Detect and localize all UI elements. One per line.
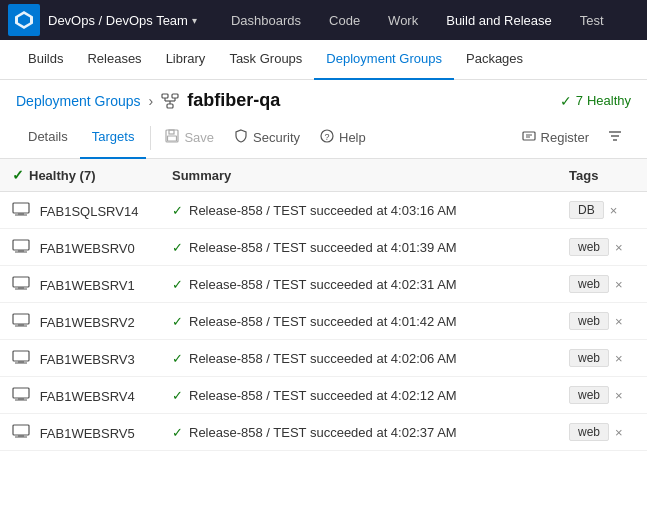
machine-name[interactable]: FAB1WEBSRV0 [40,241,135,256]
machine-name[interactable]: FAB1SQLSRV14 [40,204,139,219]
toolbar: Details Targets Save Security ? Help [0,117,647,159]
target-tags-cell: DB× [557,192,647,229]
summary-text: Release-858 / TEST succeeded at 4:01:42 … [189,314,457,329]
subnav-releases[interactable]: Releases [75,40,153,80]
breadcrumb-separator: › [149,93,154,109]
summary-text: Release-858 / TEST succeeded at 4:02:31 … [189,277,457,292]
target-tags-cell: web× [557,340,647,377]
column-status-label: Healthy (7) [29,168,95,183]
table-row: FAB1WEBSRV1 ✓ Release-858 / TEST succeed… [0,266,647,303]
subnav-deployment-groups[interactable]: Deployment Groups [314,40,454,80]
machine-name[interactable]: FAB1WEBSRV5 [40,426,135,441]
help-button[interactable]: ? Help [310,117,376,159]
row-check-icon: ✓ [172,425,183,440]
machine-icon [12,239,30,253]
machine-name[interactable]: FAB1WEBSRV2 [40,315,135,330]
target-tags-cell: web× [557,229,647,266]
summary-text: Release-858 / TEST succeeded at 4:02:12 … [189,388,457,403]
machine-icon [12,350,30,364]
tag-badge[interactable]: web [569,349,609,367]
svg-rect-12 [523,132,535,140]
subnav-library[interactable]: Library [154,40,218,80]
remove-tag-button[interactable]: × [615,425,623,440]
target-name-cell: FAB1WEBSRV4 [0,377,160,414]
save-button[interactable]: Save [155,117,224,159]
target-name-cell: FAB1WEBSRV0 [0,229,160,266]
breadcrumb: Deployment Groups › fabfiber-qa ✓ 7 Heal… [0,80,647,117]
tag-badge[interactable]: web [569,423,609,441]
row-check-icon: ✓ [172,351,183,366]
machine-name[interactable]: FAB1WEBSRV4 [40,389,135,404]
register-icon [522,129,536,146]
health-count: 7 [576,93,583,108]
target-name-cell: FAB1WEBSRV2 [0,303,160,340]
target-tags-cell: web× [557,303,647,340]
subnav-builds[interactable]: Builds [16,40,75,80]
tag-badge[interactable]: DB [569,201,604,219]
tag-badge[interactable]: web [569,238,609,256]
help-icon: ? [320,129,334,146]
svg-rect-27 [13,314,29,324]
tag-badge[interactable]: web [569,275,609,293]
deployment-group-icon [161,93,179,109]
target-tags-cell: web× [557,377,647,414]
remove-tag-button[interactable]: × [615,277,623,292]
summary-text: Release-858 / TEST succeeded at 4:02:06 … [189,351,457,366]
target-summary-cell: ✓ Release-858 / TEST succeeded at 4:01:3… [160,229,557,266]
target-tags-cell: web× [557,414,647,451]
svg-rect-0 [162,94,168,98]
nav-item-code[interactable]: Code [315,0,374,40]
remove-tag-button[interactable]: × [615,240,623,255]
filter-button[interactable] [599,128,631,148]
security-label: Security [253,130,300,145]
remove-tag-button[interactable]: × [615,314,623,329]
nav-item-dashboards[interactable]: Dashboards [217,0,315,40]
table-row: FAB1WEBSRV3 ✓ Release-858 / TEST succeed… [0,340,647,377]
breadcrumb-parent[interactable]: Deployment Groups [16,93,141,109]
svg-rect-30 [13,351,29,361]
table-row: FAB1WEBSRV4 ✓ Release-858 / TEST succeed… [0,377,647,414]
machine-icon [12,313,30,327]
target-name-cell: FAB1WEBSRV1 [0,266,160,303]
machine-name[interactable]: FAB1WEBSRV3 [40,352,135,367]
svg-rect-8 [169,130,174,134]
tag-badge[interactable]: web [569,386,609,404]
org-caret-icon: ▾ [192,15,197,26]
remove-tag-button[interactable]: × [615,351,623,366]
svg-rect-1 [172,94,178,98]
column-header-status: ✓ Healthy (7) [0,159,160,192]
subnav-task-groups[interactable]: Task Groups [217,40,314,80]
tab-details[interactable]: Details [16,117,80,159]
toolbar-right-actions: Register [512,117,631,159]
save-icon [165,129,179,146]
tag-badge[interactable]: web [569,312,609,330]
subnav-packages[interactable]: Packages [454,40,535,80]
machine-icon [12,202,30,216]
summary-text: Release-858 / TEST succeeded at 4:03:16 … [189,203,457,218]
row-check-icon: ✓ [172,240,183,255]
target-tags-cell: web× [557,266,647,303]
table-row: FAB1WEBSRV0 ✓ Release-858 / TEST succeed… [0,229,647,266]
table-row: FAB1WEBSRV5 ✓ Release-858 / TEST succeed… [0,414,647,451]
toolbar-separator [150,126,151,150]
security-button[interactable]: Security [224,117,310,159]
register-button[interactable]: Register [512,117,599,159]
row-check-icon: ✓ [172,388,183,403]
org-selector[interactable]: DevOps / DevOps Team ▾ [48,13,197,28]
security-icon [234,129,248,146]
row-check-icon: ✓ [172,277,183,292]
remove-tag-button[interactable]: × [610,203,618,218]
machine-icon [12,387,30,401]
nav-item-build-release[interactable]: Build and Release [432,0,566,40]
help-label: Help [339,130,366,145]
summary-text: Release-858 / TEST succeeded at 4:01:39 … [189,240,457,255]
remove-tag-button[interactable]: × [615,388,623,403]
target-name-cell: FAB1WEBSRV5 [0,414,160,451]
second-navigation: Builds Releases Library Task Groups Depl… [0,40,647,80]
app-logo[interactable] [8,4,40,36]
nav-item-test[interactable]: Test [566,0,618,40]
machine-name[interactable]: FAB1WEBSRV1 [40,278,135,293]
tab-targets[interactable]: Targets [80,117,147,159]
top-nav-items: Dashboards Code Work Build and Release T… [217,0,639,40]
nav-item-work[interactable]: Work [374,0,432,40]
